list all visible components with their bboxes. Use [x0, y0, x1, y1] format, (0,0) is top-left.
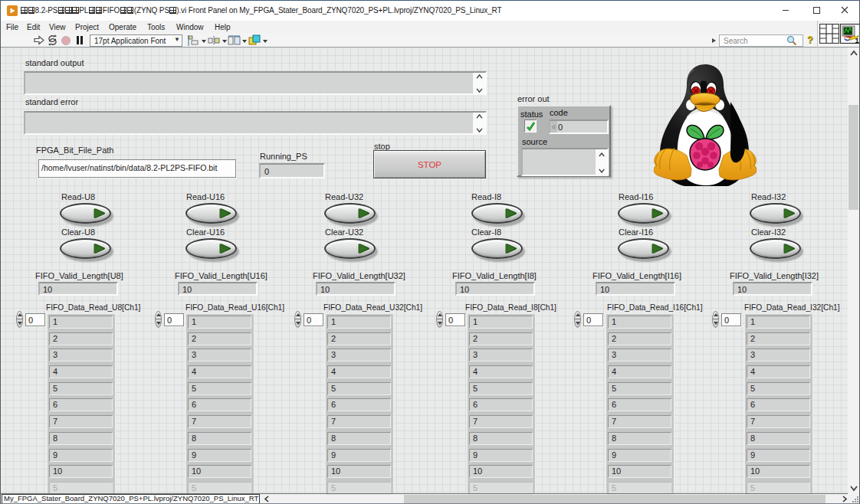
svg-text:1: 1 [855, 37, 859, 44]
